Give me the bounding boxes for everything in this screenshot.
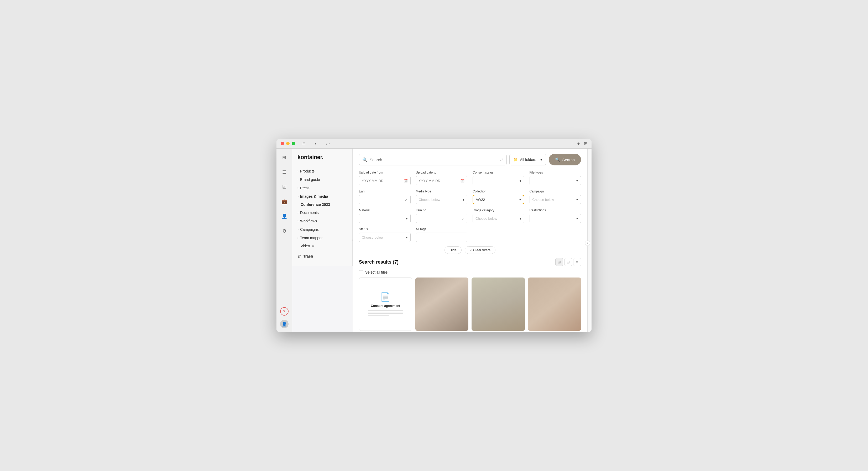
share-icon[interactable]: ↑ (571, 141, 573, 146)
sidebar-item-documents[interactable]: › Documents (292, 209, 352, 217)
collapse-panel-button[interactable]: › (585, 241, 590, 246)
sidebar-item-products[interactable]: › Products (292, 167, 352, 176)
filter-label-collection: Collection (473, 190, 524, 193)
image-card-consent-doc[interactable]: 📄 Consent agreement (359, 278, 412, 331)
filter-input-upload-date-to[interactable]: 📅 (416, 176, 468, 185)
logo-text: kontainer. (298, 154, 323, 160)
chevron-right-icon: › (298, 219, 299, 223)
ai-tags-input[interactable] (419, 236, 465, 240)
doc-line (368, 313, 403, 314)
view-btn-list[interactable]: ≡ (573, 258, 581, 266)
filter-select-file-types[interactable]: ▾ (530, 176, 581, 185)
sidebar-item-workflows[interactable]: › Workflows (292, 217, 352, 225)
user-nav-icon[interactable]: 👤 (280, 212, 289, 221)
settings-nav-icon[interactable]: ⚙ (280, 226, 289, 236)
document-title: Consent agreement (371, 304, 400, 308)
filter-input-ean[interactable]: ⤢ (359, 195, 411, 204)
main-content: 🔍 ⤢ 📁 All folders ▾ 🔍 Search Up (352, 149, 587, 333)
filter-input-upload-date-from[interactable]: 📅 (359, 176, 411, 185)
chevron-down-icon: ▾ (406, 217, 408, 221)
sidebar-label-video: Video (301, 244, 310, 248)
chevron-down-icon: ▾ (540, 158, 542, 162)
sidebar-label-products: Products (300, 169, 314, 173)
plus-icon[interactable]: + (577, 141, 580, 146)
chevron-down-icon: ▾ (406, 236, 408, 240)
filter-select-consent-status[interactable]: ▾ (473, 176, 524, 185)
results-title: Search results (7) (359, 259, 399, 265)
grid-nav-icon[interactable]: ⊞ (280, 153, 289, 162)
filter-input-ai-tags[interactable] (416, 232, 468, 242)
sidebar-label-campaigns: Campaigns (300, 227, 319, 231)
view-toggle: ⊞ ⊟ ≡ (555, 258, 581, 266)
filter-ean: Ean ⤢ (359, 190, 411, 204)
filter-label-media-type: Media type (416, 190, 468, 193)
sidebar-item-team-mapper[interactable]: › Team mapper (292, 234, 352, 242)
image-card-fabric[interactable] (415, 278, 469, 331)
filter-upload-date-to: Upload date to 📅 (416, 171, 468, 185)
search-input[interactable] (370, 158, 500, 162)
forward-arrow-icon[interactable]: › (329, 141, 330, 146)
view-btn-grid3[interactable]: ⊟ (564, 258, 572, 266)
sidebar-toggle-icon[interactable]: ⊟ (299, 139, 309, 148)
filter-label-file-types: File types (530, 171, 581, 174)
filter-select-campaign[interactable]: Choose below ▾ (530, 195, 581, 204)
close-button[interactable] (281, 142, 284, 145)
filter-input-item-no[interactable]: ⤢ (416, 214, 468, 223)
chevron-down-icon: ▾ (520, 217, 521, 221)
minimize-button[interactable] (286, 142, 289, 145)
sidebar-sub-item-video[interactable]: Video ⚙ (292, 242, 352, 250)
folder-label: All folders (520, 158, 536, 162)
briefcase-nav-icon[interactable]: 💼 (280, 197, 289, 207)
icon-bar: ⊞ ☰ ☑ 💼 👤 ⚙ ? 👤 (276, 149, 292, 333)
filter-select-restrictions[interactable]: ▾ (530, 214, 581, 223)
folder-icon: 📁 (513, 158, 518, 162)
view-btn-grid4[interactable]: ⊞ (555, 258, 563, 266)
ean-input[interactable] (362, 198, 405, 201)
sidebar-sub-item-conference-2023[interactable]: Conference 2023 (292, 200, 352, 209)
expand-icon[interactable]: ⤢ (500, 157, 503, 162)
sidebar-item-trash[interactable]: 🗑 Trash (292, 252, 352, 260)
chevron-right-icon: › (298, 236, 299, 240)
maximize-button[interactable] (292, 142, 295, 145)
filter-select-material[interactable]: ▾ (359, 214, 411, 223)
filter-campaign: Campaign Choose below ▾ (530, 190, 581, 204)
filter-select-collection[interactable]: AW22 ▾ (473, 195, 524, 204)
filter-select-media-type[interactable]: Choose below ▾ (416, 195, 468, 204)
hide-button[interactable]: Hide (444, 246, 462, 254)
sidebar-item-press[interactable]: › Press (292, 184, 352, 192)
upload-date-from-input[interactable] (362, 179, 404, 183)
expand-icon: ⤢ (405, 198, 408, 201)
filter-select-status[interactable]: Choose below ▾ (359, 232, 411, 242)
sidebar-item-brand-guide[interactable]: › Brand guide (292, 176, 352, 184)
item-no-input[interactable] (419, 217, 462, 221)
filter-media-type: Media type Choose below ▾ (416, 190, 468, 204)
upload-date-to-input[interactable] (419, 179, 461, 183)
user-avatar-icon[interactable]: 👤 (280, 320, 288, 328)
filter-label-image-category: Image category (473, 209, 524, 212)
trash-icon: 🗑 (298, 254, 301, 258)
apps-icon[interactable]: ⊞ (584, 141, 587, 146)
checkbox-nav-icon[interactable]: ☑ (280, 182, 289, 192)
folder-select[interactable]: 📁 All folders ▾ (509, 154, 546, 165)
select-all-checkbox[interactable] (359, 270, 363, 274)
image-card-plant[interactable] (471, 278, 525, 331)
search-input-wrap[interactable]: 🔍 ⤢ (359, 154, 507, 165)
search-button[interactable]: 🔍 Search (549, 154, 581, 165)
sidebar-resize-handle[interactable]: ⋮ (350, 238, 355, 243)
filter-label-ai-tags: AI Tags (416, 227, 468, 231)
chevron-right-icon: › (298, 186, 299, 190)
filter-select-image-category[interactable]: Choose below ▾ (473, 214, 524, 223)
back-arrow-icon[interactable]: ‹ (326, 141, 327, 146)
image-card-hand[interactable] (528, 278, 581, 331)
list-nav-icon[interactable]: ☰ (280, 167, 289, 177)
settings-icon[interactable]: ⚙ (312, 244, 314, 248)
filter-label-material: Material (359, 209, 411, 212)
app-logo: kontainer. (292, 154, 352, 167)
clear-filters-button[interactable]: × Clear filters (465, 246, 495, 254)
chevron-down-icon[interactable]: ▾ (311, 139, 320, 148)
app-window: ⊟ ▾ ‹ › ↑ + ⊞ ⊞ ☰ ☑ 💼 👤 ⚙ ? 👤 (276, 138, 592, 333)
sidebar-item-images-media[interactable]: › Images & media (292, 192, 352, 200)
filter-collection: Collection AW22 ▾ (473, 190, 524, 204)
sidebar-item-campaigns[interactable]: › Campaigns (292, 225, 352, 234)
help-icon[interactable]: ? (280, 307, 288, 316)
